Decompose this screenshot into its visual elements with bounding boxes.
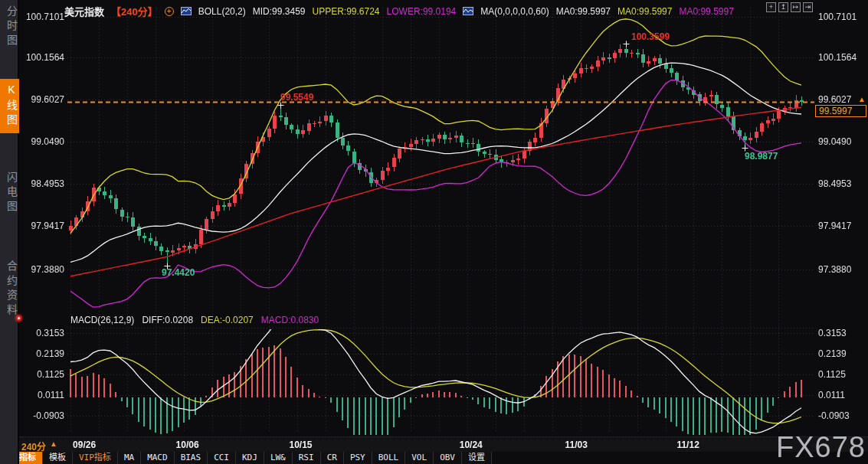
date-tick: 10/06: [176, 439, 199, 450]
swing-low-label: 98.9877: [745, 151, 778, 162]
macd-tick-right: 0.3153: [818, 328, 847, 338]
toolbar-item-ma[interactable]: MA: [118, 452, 141, 464]
toolbar-item-rsi[interactable]: RSI: [293, 452, 321, 464]
trading-app-window: 分时图 K线图 闪电图 合约资料 美元指数 【240分】 + BOLL(20,2…: [0, 0, 868, 464]
price-tick-right: 97.3880: [818, 264, 851, 275]
time-axis-strip: 240分 ▲ 09/26 10/06 10/15 10/24 11/03 11/…: [19, 436, 868, 452]
toolbar-item-macd[interactable]: MACD: [141, 452, 175, 464]
price-tick-left: 100.1564: [18, 52, 64, 63]
ma-indicator-icon[interactable]: [463, 7, 473, 15]
macd-tick-right: 0.2139: [818, 348, 847, 359]
boll-lower-value: LOWER:99.0194: [387, 6, 457, 17]
ma0-value-white: MA0:99.5997: [556, 6, 611, 17]
crosshair-icon[interactable]: +: [766, 2, 776, 12]
toolbar-item-bias[interactable]: BIAS: [175, 452, 208, 464]
macd-diff-value: DIFF:0.0208: [142, 315, 193, 325]
ma0-value-magenta: MA0:99.5997: [679, 6, 733, 17]
macd-tick-left: 0.3153: [18, 328, 64, 338]
chart-tool-icons: + ↥ ↦ ⇥: [766, 2, 813, 12]
toolbar-item-obv[interactable]: OBV: [434, 452, 462, 464]
sidebar-item-contract-info[interactable]: 合约资料: [0, 259, 19, 319]
sidebar-item-kline-chart[interactable]: K线图: [0, 79, 19, 133]
toolbar-item-kdj[interactable]: KDJ: [236, 452, 264, 464]
macd-tick-left: 0.1125: [18, 369, 64, 380]
swing-low-label: 97.4420: [162, 267, 195, 278]
macd-tick-right: -0.0903: [818, 410, 850, 421]
boll-upper-value: UPPER:99.6724: [312, 6, 379, 17]
ma-label: MA(0,0,0,0,0,60): [480, 6, 549, 17]
toolbar-item-settings[interactable]: 设置: [462, 452, 492, 464]
price-tick-right: 100.1564: [818, 52, 857, 63]
timeframe-label[interactable]: 240分: [21, 439, 46, 453]
macd-value: MACD:0.0830: [261, 315, 319, 325]
symbol-name: 美元指数: [64, 4, 104, 18]
macd-tick-left: -0.0903: [18, 410, 64, 421]
macd-params-label: MACD(26,12,9): [70, 315, 134, 325]
zoom-x-icon[interactable]: ↦: [791, 2, 801, 12]
macd-tick-left: 0.0111: [18, 390, 64, 400]
macd-tick-left: 0.2139: [18, 348, 64, 359]
price-tick-right: 99.6027: [818, 94, 851, 105]
swing-high-label: 99.5549: [280, 92, 313, 103]
date-tick: 11/12: [676, 439, 699, 450]
price-tick-left: 99.0490: [18, 136, 64, 147]
price-tick-left: 100.7101: [18, 11, 64, 22]
toolbar-item-cr[interactable]: CR: [321, 452, 344, 464]
price-tick-right: 97.9417: [818, 221, 851, 231]
sidebar-item-lightning-chart[interactable]: 闪电图: [0, 170, 19, 215]
date-tick: 11/03: [565, 439, 587, 450]
price-up-arrow-icon: ▲: [858, 95, 866, 103]
pan-right-icon[interactable]: ⇥: [803, 2, 813, 12]
toolbar-item-vol[interactable]: VOL: [405, 452, 434, 464]
price-tick-left: 99.6027: [18, 94, 64, 105]
boll-indicator-icon[interactable]: [181, 7, 192, 15]
kline-chart-canvas[interactable]: [0, 0, 868, 464]
sidebar-item-timeline-chart[interactable]: 分时图: [0, 4, 19, 49]
price-tick-left: 98.4953: [18, 178, 64, 189]
indicator-toolbar: 指标 模板 VIP指标 MA MACD BIAS CCI KDJ LW& RSI…: [13, 452, 492, 464]
boll-label: BOLL(20,2): [198, 6, 246, 17]
timeframe-up-arrow-icon[interactable]: ▲: [50, 439, 57, 448]
add-circle-icon[interactable]: +: [165, 7, 174, 16]
swing-high-label: 100.3599: [631, 31, 670, 42]
toolbar-item-boll[interactable]: BOLL: [372, 452, 406, 464]
price-tick-right: 100.7101: [818, 11, 857, 22]
price-tick-right: 99.0490: [818, 136, 851, 147]
date-tick: 10/24: [460, 439, 483, 450]
toolbar-item-lwr[interactable]: LW&: [264, 452, 293, 464]
date-tick: 10/15: [289, 439, 312, 450]
fx678-watermark: FX678: [776, 431, 866, 464]
chart-title-bar: 美元指数 【240分】 + BOLL(20,2) MID:99.3459 UPP…: [64, 4, 734, 18]
toolbar-item-template[interactable]: 模板: [43, 452, 73, 464]
toolbar-item-cci[interactable]: CCI: [208, 452, 236, 464]
alert-dot-icon[interactable]: [16, 315, 21, 321]
left-sidebar: 分时图 K线图 闪电图 合约资料: [0, 0, 19, 464]
macd-header: MACD(26,12,9) DIFF:0.0208 DEA:-0.0207 MA…: [70, 315, 319, 325]
period-label: 【240分】: [111, 4, 158, 18]
ma0-value-yellow: MA0:99.5997: [617, 6, 672, 17]
price-tick-right: 98.4953: [818, 178, 851, 189]
toolbar-item-psy[interactable]: PSY: [344, 452, 372, 464]
boll-mid-value: MID:99.3459: [253, 6, 306, 17]
price-tick-left: 97.3880: [18, 264, 64, 275]
zoom-y-icon[interactable]: ↥: [778, 2, 788, 12]
price-tick-left: 97.9417: [18, 221, 64, 231]
macd-tick-right: 0.0111: [818, 390, 845, 400]
current-price-tag: 99.5997: [815, 105, 866, 117]
toolbar-item-vip-indicator[interactable]: VIP指标: [73, 452, 118, 464]
macd-dea-value: DEA:-0.0207: [201, 315, 254, 325]
date-tick: 09/26: [73, 439, 96, 450]
macd-tick-right: 0.1125: [818, 369, 846, 380]
